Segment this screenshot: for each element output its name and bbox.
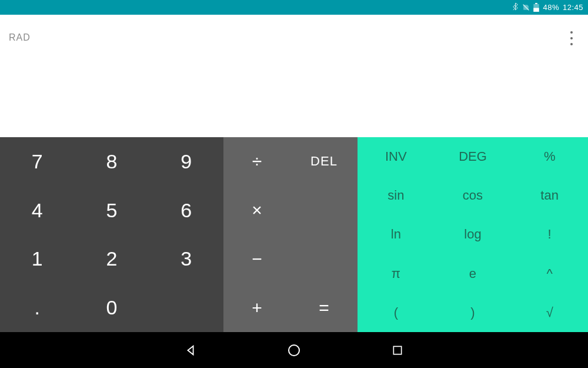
- angle-mode-label: RAD: [9, 32, 31, 43]
- angle-mode-button[interactable]: DEG: [435, 137, 512, 176]
- svg-rect-5: [393, 346, 401, 354]
- delete-button[interactable]: DEL: [290, 137, 358, 186]
- status-bar: 48% 12:45: [0, 0, 588, 15]
- digit-9-button[interactable]: 9: [149, 137, 223, 186]
- recent-apps-button[interactable]: [390, 343, 405, 358]
- divide-button[interactable]: ÷: [223, 137, 290, 186]
- equals-button[interactable]: =: [290, 283, 358, 332]
- rparen-button[interactable]: ): [435, 293, 512, 332]
- advanced-panel: INV DEG % sin cos tan ln log ! π e ^ ( )…: [358, 137, 588, 332]
- back-button[interactable]: [183, 343, 198, 358]
- more-menu-icon[interactable]: [566, 31, 577, 45]
- battery-icon: [533, 3, 539, 12]
- decimal-point-button[interactable]: .: [0, 283, 75, 332]
- digit-7-button[interactable]: 7: [0, 137, 75, 186]
- power-button[interactable]: ^: [511, 254, 588, 293]
- operator-panel: ÷ DEL × − + =: [223, 137, 358, 332]
- e-button[interactable]: e: [435, 254, 512, 293]
- digit-8-button[interactable]: 8: [75, 137, 149, 186]
- battery-percentage: 48%: [543, 3, 559, 12]
- minus-button[interactable]: −: [223, 235, 290, 284]
- digit-6-button[interactable]: 6: [149, 186, 223, 235]
- no-sim-icon: [522, 3, 530, 12]
- pi-button[interactable]: π: [358, 254, 435, 293]
- svg-point-4: [289, 345, 299, 356]
- ln-button[interactable]: ln: [358, 215, 435, 254]
- digit-0-button[interactable]: 0: [75, 283, 149, 332]
- cos-button[interactable]: cos: [435, 176, 512, 215]
- blank-key: [149, 283, 223, 332]
- blank-key: [290, 235, 358, 284]
- keypad: 7 8 9 4 5 6 1 2 3 . 0 ÷ DEL × − + = INV …: [0, 137, 588, 332]
- sqrt-button[interactable]: √: [511, 293, 588, 332]
- percent-button[interactable]: %: [511, 137, 588, 176]
- lparen-button[interactable]: (: [358, 293, 435, 332]
- digit-4-button[interactable]: 4: [0, 186, 75, 235]
- sin-button[interactable]: sin: [358, 176, 435, 215]
- clock: 12:45: [563, 3, 583, 12]
- blank-key: [290, 186, 358, 235]
- digit-1-button[interactable]: 1: [0, 235, 75, 284]
- multiply-button[interactable]: ×: [223, 186, 290, 235]
- bluetooth-icon: [512, 3, 519, 12]
- digit-3-button[interactable]: 3: [149, 235, 223, 284]
- digit-5-button[interactable]: 5: [75, 186, 149, 235]
- inverse-button[interactable]: INV: [358, 137, 435, 176]
- factorial-button[interactable]: !: [511, 215, 588, 254]
- calculator-display: RAD: [0, 15, 588, 137]
- svg-rect-3: [534, 8, 539, 12]
- plus-button[interactable]: +: [223, 283, 290, 332]
- digit-2-button[interactable]: 2: [75, 235, 149, 284]
- navigation-bar: [0, 332, 588, 368]
- svg-rect-1: [536, 3, 538, 4]
- numeric-panel: 7 8 9 4 5 6 1 2 3 . 0: [0, 137, 223, 332]
- log-button[interactable]: log: [435, 215, 512, 254]
- home-button[interactable]: [286, 343, 302, 358]
- tan-button[interactable]: tan: [511, 176, 588, 215]
